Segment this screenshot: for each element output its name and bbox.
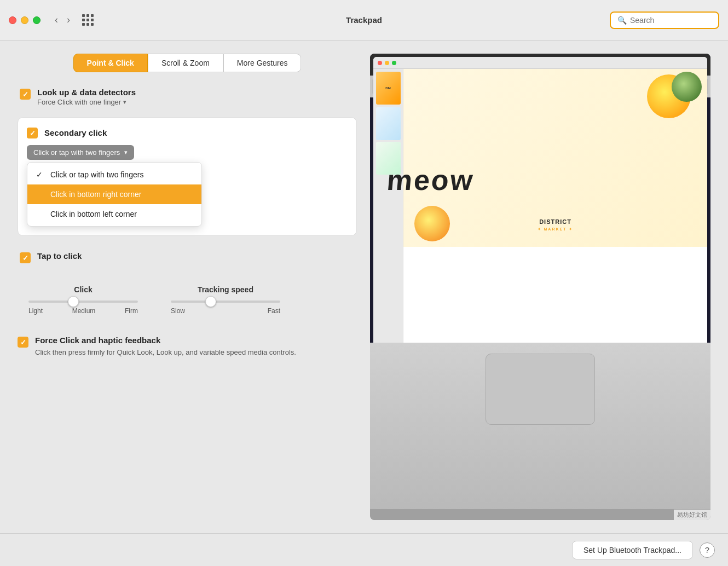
tap-click-checkbox-box[interactable] [20, 252, 31, 263]
bottom-bar: Set Up Bluetooth Trackpad... ? [0, 533, 728, 566]
tab-scroll-zoom[interactable]: Scroll & Zoom [148, 54, 223, 72]
close-button[interactable] [9, 16, 16, 24]
force-click-label: Force Click and haptic feedback [35, 336, 296, 345]
main-content: Point & Click Scroll & Zoom More Gesture… [0, 41, 728, 533]
click-slider-label: Click [74, 285, 92, 294]
lookup-chevron-icon: ▾ [123, 99, 126, 106]
watermark-text: meow [385, 164, 476, 197]
app-max-dot [392, 61, 396, 65]
back-button[interactable]: ‹ [51, 12, 61, 28]
app-main: DISTRICT✦ MARKET ✦ [403, 69, 707, 343]
tracking-min-label: Slow [171, 307, 185, 315]
bluetooth-button[interactable]: Set Up Bluetooth Trackpad... [572, 541, 693, 559]
search-input[interactable] [630, 16, 712, 25]
secondary-header: Secondary click [27, 126, 348, 138]
secondary-dropdown-menu: Click or tap with two fingers Click in b… [27, 162, 202, 227]
tracking-slider[interactable] [171, 301, 280, 303]
forward-button[interactable]: › [63, 12, 73, 28]
tap-click-setting: Tap to click [18, 251, 357, 263]
brand-watermark: 易坊好文馆 [674, 510, 710, 520]
secondary-dropdown-trigger[interactable]: Click or tap with two fingers ▾ [27, 145, 134, 160]
click-slider-group: Click Light Medium Firm [28, 285, 138, 315]
tracking-max-label: Fast [268, 307, 280, 315]
tracking-slider-label: Tracking speed [198, 285, 253, 294]
traffic-lights [9, 16, 41, 24]
lookup-text: Look up & data detectors Force Click wit… [37, 88, 136, 106]
dropdown-item-two-fingers[interactable]: Click or tap with two fingers [27, 165, 201, 184]
right-panel: DM DISTRICT✦ MARKET ✦ [370, 54, 710, 520]
dropdown-item-bottom-left[interactable]: Click in bottom left corner [27, 204, 201, 224]
help-button[interactable]: ? [700, 542, 715, 558]
market-text: ✦ MARKET ✦ [538, 227, 574, 231]
tab-point-click[interactable]: Point & Click [73, 54, 148, 72]
left-panel: Point & Click Scroll & Zoom More Gesture… [18, 54, 357, 520]
macbook-preview: DM DISTRICT✦ MARKET ✦ [370, 54, 710, 520]
click-slider-labels: Light Medium Firm [28, 307, 138, 315]
fruit-display: DISTRICT✦ MARKET ✦ [403, 69, 707, 247]
trackpad-visual [486, 354, 595, 425]
maximize-button[interactable] [33, 16, 41, 24]
dropdown-chevron-icon: ▾ [124, 149, 128, 156]
app-min-dot [385, 61, 389, 65]
click-mid-label: Medium [72, 307, 96, 315]
lookup-label: Look up & data detectors [37, 88, 136, 97]
window-title: Trackpad [346, 15, 382, 25]
titlebar: ‹ › Trackpad 🔍 [0, 0, 728, 41]
force-click-checkbox-box[interactable] [18, 337, 28, 348]
force-click-checkbox[interactable] [18, 337, 28, 348]
tab-more-gestures[interactable]: More Gestures [223, 54, 302, 72]
tap-click-label: Tap to click [37, 251, 82, 261]
tabs: Point & Click Scroll & Zoom More Gesture… [18, 54, 357, 72]
lookup-sublabel[interactable]: Force Click with one finger ▾ [37, 98, 136, 106]
fruit-lime-icon [672, 72, 702, 102]
click-max-label: Firm [125, 307, 138, 315]
force-click-text: Force Click and haptic feedback Click th… [35, 336, 296, 358]
tap-click-checkbox[interactable] [20, 252, 31, 263]
app-body: DM DISTRICT✦ MARKET ✦ [373, 69, 707, 343]
district-text: DISTRICT✦ MARKET ✦ [403, 218, 707, 232]
search-bar[interactable]: 🔍 [610, 11, 719, 29]
sliders-section: Click Light Medium Firm Tracking speed S… [18, 285, 357, 315]
sidebar-thumb-2 [376, 107, 401, 140]
app-titlebar [373, 57, 707, 69]
force-click-section: Force Click and haptic feedback Click th… [18, 336, 357, 358]
force-click-desc: Click then press firmly for Quick Look, … [35, 347, 296, 358]
laptop-body [370, 343, 710, 520]
secondary-label: Secondary click [44, 128, 107, 137]
dropdown-item-bottom-right[interactable]: Click in bottom right corner [27, 184, 201, 204]
grid-button[interactable] [78, 12, 98, 28]
search-icon: 🔍 [617, 16, 627, 25]
minimize-button[interactable] [21, 16, 28, 24]
tap-click-text: Tap to click [37, 251, 82, 261]
tracking-slider-labels: Slow Fast [171, 307, 280, 315]
sidebar-thumb-1: DM [376, 72, 401, 105]
secondary-checkbox[interactable] [27, 128, 38, 138]
click-slider[interactable] [28, 301, 138, 303]
click-min-label: Light [28, 307, 43, 315]
app-window: DM DISTRICT✦ MARKET ✦ [373, 57, 707, 343]
app-sidebar: DM [373, 69, 403, 343]
secondary-click-section: Secondary click Click or tap with two fi… [18, 117, 357, 236]
app-close-dot [378, 61, 382, 65]
nav-buttons: ‹ › [51, 12, 73, 28]
lookup-setting: Look up & data detectors Force Click wit… [18, 88, 357, 106]
lookup-checkbox-box[interactable] [20, 89, 31, 100]
lookup-checkbox[interactable] [20, 89, 31, 100]
grid-icon [82, 14, 94, 26]
laptop-bottom-bar [370, 509, 710, 520]
secondary-checkbox-box[interactable] [27, 128, 38, 138]
screen-area: DM DISTRICT✦ MARKET ✦ [370, 54, 710, 343]
tracking-slider-group: Tracking speed Slow Fast [171, 285, 280, 315]
